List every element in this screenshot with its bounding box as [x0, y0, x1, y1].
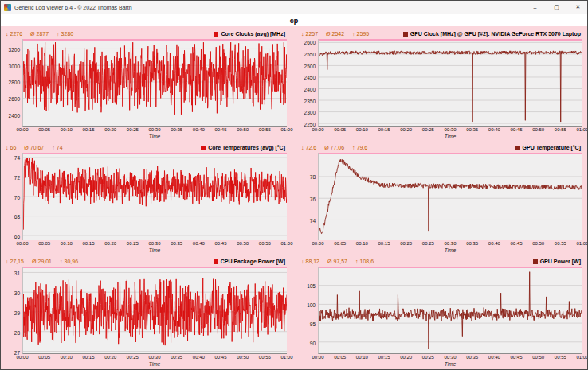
x-tick-label: 00:20 [104, 127, 116, 132]
chart-header: ↓72,6 Ø77,06 ↑79,6 GPU Temperature [°C] [299, 142, 582, 153]
x-tick-label: 00:25 [127, 355, 139, 360]
x-tick-label: 00:40 [193, 241, 205, 246]
avg-value: 70,67 [30, 145, 45, 150]
y-tick-label: 2800 [9, 80, 20, 85]
plot-area[interactable] [318, 267, 582, 354]
y-tick-label: 76 [310, 196, 316, 201]
x-tick-label: 00:05 [38, 241, 50, 246]
chart-title-text: GPU Clock [MHz] @ GPU [#2]: NVIDIA GeFor… [410, 31, 581, 37]
time-axis-label: Time [22, 247, 287, 255]
series-color-swatch [533, 259, 538, 264]
x-tick-label: 00:30 [148, 127, 160, 132]
plot-area[interactable] [22, 153, 287, 240]
dataset-header: cp [1, 14, 587, 26]
x-tick-label: 00:55 [259, 127, 271, 132]
x-tick-label: 00:10 [61, 355, 73, 360]
chart-title-text: CPU Package Power [W] [221, 259, 285, 264]
close-button[interactable]: ✕ [569, 1, 587, 14]
x-tick-label: 00:45 [214, 127, 226, 132]
chart-title: GPU Clock [MHz] @ GPU [#2]: NVIDIA GeFor… [403, 31, 581, 37]
y-tick-label: 105 [307, 282, 316, 288]
max-value: 108,6 [360, 259, 374, 264]
x-tick-label: 01:00 [280, 127, 292, 132]
max-stat: ↑74 [52, 145, 62, 150]
minimize-button[interactable]: – [526, 1, 544, 14]
series-line [319, 159, 582, 233]
y-tick-label: 95 [310, 321, 316, 326]
chart-canvas [319, 267, 582, 353]
x-tick-label: 00:10 [61, 127, 73, 132]
y-axis-labels: 2728293031 [3, 267, 22, 354]
x-tick-label: 00:55 [555, 241, 566, 246]
average-icon: Ø [24, 145, 28, 150]
series-line [23, 42, 287, 115]
x-tick-label: 00:40 [488, 355, 500, 360]
x-tick-label: 00:40 [488, 127, 500, 132]
plot-area[interactable] [318, 153, 582, 240]
avg-value: 2542 [332, 31, 345, 37]
x-tick-label: 00:30 [444, 355, 456, 360]
y-axis-labels: 6668707274 [3, 153, 22, 240]
down-arrow-icon: ↓ [301, 259, 304, 264]
plot-area[interactable] [318, 39, 582, 127]
x-tick-label: 00:05 [334, 355, 346, 360]
x-tick-label: 00:25 [422, 241, 434, 246]
x-tick-label: 01:00 [576, 127, 588, 132]
down-arrow-icon: ↓ [301, 145, 304, 150]
x-tick-label: 00:05 [38, 127, 50, 132]
x-tick-label: 00:50 [532, 355, 544, 360]
x-tick-label: 00:50 [237, 241, 249, 246]
x-axis-labels: 00:0000:0500:1000:1500:2000:2500:3000:35… [22, 354, 287, 361]
x-tick-label: 00:55 [259, 355, 271, 360]
time-axis-label: Time [22, 134, 287, 141]
x-tick-label: 00:05 [334, 241, 346, 246]
x-tick-label: 00:00 [312, 241, 323, 246]
x-tick-label: 00:20 [104, 241, 116, 246]
x-tick-label: 01:00 [280, 355, 292, 360]
x-tick-label: 00:45 [510, 355, 522, 360]
y-tick-label: 2600 [304, 40, 316, 45]
y-tick-label: 74 [310, 218, 316, 224]
x-tick-label: 01:00 [576, 241, 588, 246]
chart-title-text: Core Temperatures (avg) [°C] [208, 145, 285, 150]
plot-row: 24002600280030003200 [3, 39, 287, 127]
window-titlebar: Generic Log Viewer 6.4 - © 2022 Thomas B… [1, 1, 587, 14]
x-tick-label: 00:00 [16, 355, 28, 360]
x-tick-label: 00:40 [193, 127, 205, 132]
down-arrow-icon: ↓ [6, 31, 9, 37]
x-tick-label: 00:40 [488, 241, 500, 246]
down-arrow-icon: ↓ [6, 259, 9, 264]
series-color-swatch [201, 146, 206, 150]
chart-title: GPU Power [W] [533, 259, 581, 264]
x-tick-label: 00:20 [400, 127, 412, 132]
min-stat: ↓88,12 [301, 259, 319, 264]
dataset-label: cp [290, 17, 299, 25]
chart-canvas [23, 153, 287, 240]
chart-title: GPU Temperature [°C] [515, 145, 581, 150]
chart-stats: ↓66 Ø70,67 ↑74 [6, 145, 63, 150]
time-axis-label: Time [318, 361, 582, 368]
maximize-button[interactable]: ▢ [547, 1, 566, 14]
x-tick-label: 00:30 [148, 355, 160, 360]
plot-area[interactable] [22, 267, 287, 354]
y-tick-label: 2300 [304, 110, 316, 115]
chart-panel-cpu-package-power: ↓27,15 Ø29,01 ↑30,96 CPU Package Power [… [3, 256, 287, 368]
x-tick-label: 01:00 [280, 241, 292, 246]
x-tick-label: 00:00 [16, 127, 28, 132]
plot-area[interactable] [22, 39, 287, 127]
y-tick-label: 2400 [9, 113, 20, 119]
x-tick-label: 00:10 [356, 355, 368, 360]
series-line [319, 51, 582, 122]
x-tick-label: 00:55 [555, 355, 566, 360]
min-stat: ↓27,15 [6, 259, 24, 264]
x-tick-label: 00:15 [378, 355, 390, 360]
app-icon [4, 4, 11, 11]
max-value: 79,6 [357, 145, 368, 150]
max-stat: ↑108,6 [355, 259, 374, 264]
chart-stats: ↓2276 Ø2877 ↑3280 [6, 31, 73, 37]
y-axis-labels: 747678 [299, 153, 318, 240]
up-arrow-icon: ↑ [352, 145, 355, 150]
y-tick-label: 70 [14, 194, 20, 200]
y-tick-label: 28 [14, 329, 20, 335]
min-value: 72,6 [306, 145, 317, 150]
